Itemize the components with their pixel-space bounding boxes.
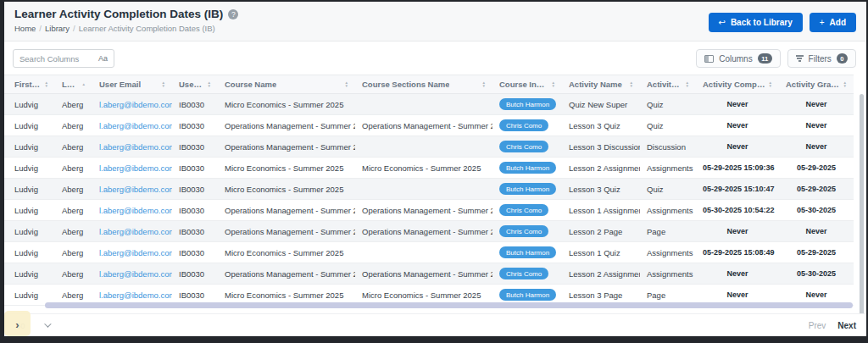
- cell-course_instructors: Chris Como: [492, 263, 562, 285]
- cell-course_sections_name: [355, 136, 492, 158]
- sort-icon[interactable]: ▲▼: [482, 81, 486, 88]
- cell-user_sis_id: IB0030: [172, 158, 218, 179]
- sort-icon[interactable]: ▲▼: [552, 81, 555, 88]
- highlighted-expand-button[interactable]: ›: [4, 311, 31, 336]
- breadcrumb-library[interactable]: Library: [45, 24, 70, 33]
- email-link[interactable]: l.aberg@ibdemo.com: [99, 142, 172, 152]
- email-link[interactable]: l.aberg@ibdemo.com: [99, 185, 172, 194]
- cell-activity_name: Lesson 3 Discussion: [562, 136, 640, 158]
- table-row[interactable]: LudvigAbergl.aberg@ibdemo.comIB0030Micro…: [4, 94, 854, 115]
- cell-user_email: l.aberg@ibdemo.com: [92, 179, 172, 200]
- sort-icon[interactable]: ▲▼: [843, 81, 847, 88]
- instructor-pill[interactable]: Butch Harmon: [499, 183, 556, 195]
- instructor-pill[interactable]: Butch Harmon: [499, 162, 556, 174]
- column-header-activity_type[interactable]: Activity Type▲▼: [640, 75, 696, 94]
- instructor-pill[interactable]: Butch Harmon: [499, 289, 556, 301]
- sort-icon[interactable]: ▲▼: [45, 81, 48, 88]
- instructor-pill[interactable]: Chris Como: [499, 204, 548, 216]
- column-header-activity_name[interactable]: Activity Name▲▼: [562, 75, 640, 94]
- table-row[interactable]: LudvigAbergl.aberg@ibdemo.comIB0030Micro…: [4, 242, 854, 263]
- cell-activity_type: Page: [640, 221, 696, 242]
- sort-icon[interactable]: ▲▼: [686, 81, 689, 88]
- help-icon[interactable]: ?: [228, 9, 238, 19]
- sort-icon[interactable]: ▲▼: [345, 81, 348, 88]
- search-columns-input[interactable]: [19, 54, 95, 64]
- column-label: First Name: [14, 80, 42, 89]
- table-row[interactable]: LudvigAbergl.aberg@ibdemo.comIB0030Opera…: [4, 115, 854, 136]
- next-page-link[interactable]: Next: [837, 321, 856, 330]
- column-header-first_name[interactable]: First Name▲▼: [4, 75, 55, 94]
- sort-ascending-icon[interactable]: ▲: [82, 83, 86, 86]
- search-columns-box[interactable]: Aa: [13, 49, 114, 68]
- filters-button[interactable]: Filters 0: [787, 49, 856, 68]
- column-label: Activity Completion Date: [703, 80, 766, 89]
- cell-course_sections_name: Operations Management - Summer 2025: [355, 200, 492, 221]
- column-header-user_sis_id[interactable]: User SIS ID▲▼: [172, 75, 218, 94]
- cell-last_name: Aberg: [55, 221, 92, 242]
- cell-last_name: Aberg: [55, 115, 92, 136]
- cell-user_sis_id: IB0030: [172, 179, 218, 200]
- cell-course_sections_name: Operations Management - Summer 2025: [355, 263, 492, 285]
- add-button[interactable]: + Add: [810, 13, 856, 32]
- cell-course_name: Micro Economics - Summer 2025: [218, 158, 355, 179]
- cell-course_sections_name: [355, 242, 492, 263]
- email-link[interactable]: l.aberg@ibdemo.com: [99, 163, 172, 173]
- back-to-library-button[interactable]: ↩ Back to Library: [709, 13, 803, 32]
- prev-page-link[interactable]: Prev: [809, 321, 826, 330]
- back-to-library-label: Back to Library: [731, 18, 793, 27]
- table-row[interactable]: LudvigAbergl.aberg@ibdemo.comIB0030Opera…: [4, 263, 854, 285]
- table-row[interactable]: LudvigAbergl.aberg@ibdemo.comIB0030Micro…: [4, 158, 854, 179]
- cell-activity_graded_date: 05-29-2025: [779, 242, 854, 263]
- table-row[interactable]: LudvigAbergl.aberg@ibdemo.comIB0030Opera…: [4, 221, 854, 242]
- column-header-course_name[interactable]: Course Name▲▼: [218, 75, 355, 94]
- table-row[interactable]: LudvigAbergl.aberg@ibdemo.comIB0030Opera…: [4, 200, 854, 221]
- horizontal-scrollbar[interactable]: [45, 302, 853, 308]
- column-header-activity_completion_date[interactable]: Activity Completion Date▲▼: [696, 75, 779, 94]
- email-link[interactable]: l.aberg@ibdemo.com: [99, 100, 172, 109]
- instructor-pill[interactable]: Chris Como: [499, 141, 548, 152]
- cell-activity_graded_date: Never: [779, 136, 854, 158]
- column-header-last_name[interactable]: Last Name▲: [55, 75, 92, 94]
- sort-icon[interactable]: ▲▼: [208, 81, 211, 88]
- email-link[interactable]: l.aberg@ibdemo.com: [99, 227, 172, 236]
- cell-first_name: Ludvig: [4, 136, 55, 158]
- cell-course_name: Micro Economics - Summer 2025: [218, 179, 355, 200]
- cell-activity_graded_date: Never: [779, 94, 854, 115]
- cell-course_instructors: Butch Harmon: [492, 242, 562, 263]
- instructor-pill[interactable]: Chris Como: [499, 225, 548, 237]
- email-link[interactable]: l.aberg@ibdemo.com: [99, 248, 172, 257]
- cell-last_name: Aberg: [55, 94, 92, 115]
- cell-activity_type: Quiz: [640, 115, 696, 136]
- column-header-course_sections_name[interactable]: Course Sections Name▲▼: [355, 75, 492, 94]
- email-link[interactable]: l.aberg@ibdemo.com: [99, 290, 172, 300]
- column-header-activity_graded_date[interactable]: Activity Graded Date▲▼: [779, 75, 854, 94]
- table-row[interactable]: LudvigAbergl.aberg@ibdemo.comIB0030Opera…: [4, 136, 854, 158]
- vertical-scrollbar[interactable]: [860, 94, 864, 321]
- instructor-pill[interactable]: Butch Harmon: [499, 246, 556, 258]
- instructor-pill[interactable]: Chris Como: [499, 268, 548, 279]
- email-link[interactable]: l.aberg@ibdemo.com: [99, 206, 172, 215]
- columns-count-badge: 11: [758, 53, 772, 64]
- instructor-pill[interactable]: Butch Harmon: [499, 98, 556, 110]
- cell-user_sis_id: IB0030: [172, 200, 218, 221]
- column-header-user_email[interactable]: User Email▲▼: [92, 75, 172, 94]
- cell-first_name: Ludvig: [4, 179, 55, 200]
- chevron-right-icon: ›: [15, 318, 19, 331]
- breadcrumb-home[interactable]: Home: [14, 24, 36, 33]
- cell-last_name: Aberg: [55, 179, 92, 200]
- table-card: Aa Columns 11 Filters 0: [4, 41, 866, 336]
- case-sensitive-toggle[interactable]: Aa: [98, 54, 108, 63]
- column-header-course_instructors[interactable]: Course Instructor(s)▲▼: [492, 75, 562, 94]
- instructor-pill[interactable]: Chris Como: [499, 119, 548, 131]
- sort-icon[interactable]: ▲▼: [769, 81, 772, 88]
- table-row[interactable]: LudvigAbergl.aberg@ibdemo.comIB0030Micro…: [4, 179, 854, 200]
- sort-icon[interactable]: ▲▼: [162, 81, 165, 88]
- columns-button[interactable]: Columns 11: [696, 49, 780, 68]
- email-link[interactable]: l.aberg@ibdemo.com: [99, 269, 172, 279]
- cell-course_sections_name: Micro Economics - Summer 2025: [355, 158, 492, 179]
- email-link[interactable]: l.aberg@ibdemo.com: [99, 121, 172, 130]
- table-head-row: First Name▲▼Last Name▲User Email▲▼User S…: [4, 75, 854, 94]
- header-actions: ↩ Back to Library + Add: [709, 13, 857, 32]
- sort-icon[interactable]: ▲▼: [630, 81, 633, 88]
- cell-first_name: Ludvig: [4, 263, 55, 285]
